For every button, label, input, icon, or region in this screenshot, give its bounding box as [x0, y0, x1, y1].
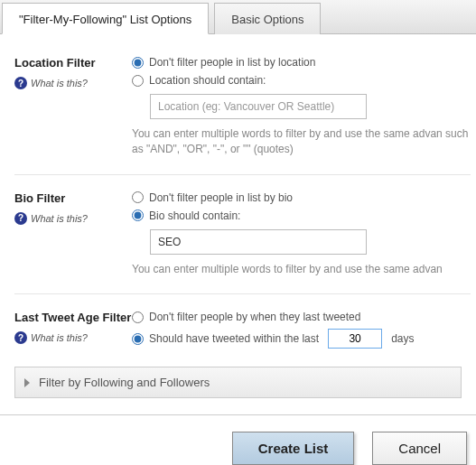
question-icon: ?	[14, 331, 27, 344]
section-age: Last Tweet Age Filter ? What is this? Do…	[14, 311, 471, 359]
bio-filter-row[interactable]: Bio should contain:	[132, 209, 471, 222]
help-label: What is this?	[31, 213, 88, 224]
bio-options: Don't filter people in list by bio Bio s…	[132, 191, 471, 277]
help-age[interactable]: ? What is this?	[14, 331, 132, 344]
help-location[interactable]: ? What is this?	[14, 77, 132, 89]
location-filter-label: Location should contain:	[149, 74, 266, 87]
question-icon: ?	[14, 212, 27, 225]
age-options: Don't filter people by when they last tw…	[132, 311, 471, 354]
location-hint: You can enter multiple words to filter b…	[132, 126, 471, 158]
location-no-filter-row[interactable]: Don't filter people in list by location	[132, 56, 471, 69]
section-side: Bio Filter ? What is this?	[14, 191, 132, 277]
tab-basic-options[interactable]: Basic Options	[214, 3, 321, 34]
age-no-filter-row[interactable]: Don't filter people by when they last tw…	[132, 311, 471, 323]
tab-bar: "Filter-My-Following" List Options Basic…	[0, 0, 476, 34]
location-filter-row[interactable]: Location should contain:	[132, 74, 471, 87]
age-no-filter-label: Don't filter people by when they last tw…	[149, 311, 360, 323]
location-title: Location Filter	[14, 56, 132, 70]
help-label: What is this?	[31, 332, 88, 343]
location-input[interactable]	[150, 94, 367, 119]
bio-hint: You can enter multiple words to filter b…	[132, 262, 471, 277]
accordion-label: Filter by Following and Followers	[39, 376, 210, 389]
question-icon: ?	[14, 77, 27, 89]
help-bio[interactable]: ? What is this?	[14, 212, 132, 225]
bio-title: Bio Filter	[14, 191, 132, 205]
bio-no-filter-row[interactable]: Don't filter people in list by bio	[132, 191, 471, 204]
age-filter-pre-label: Should have tweeted within the last	[149, 332, 319, 345]
age-days-input[interactable]	[328, 329, 382, 349]
section-side: Location Filter ? What is this?	[14, 56, 132, 158]
location-filter-radio[interactable]	[132, 75, 144, 87]
options-panel: Location Filter ? What is this? Don't fi…	[0, 34, 476, 359]
tab-filter-following[interactable]: "Filter-My-Following" List Options	[2, 3, 209, 34]
age-no-filter-radio[interactable]	[132, 312, 144, 323]
bio-no-filter-radio[interactable]	[132, 191, 144, 203]
bio-no-filter-label: Don't filter people in list by bio	[149, 191, 293, 204]
age-filter-row: Should have tweeted within the last days	[132, 329, 471, 349]
location-no-filter-label: Don't filter people in list by location	[149, 56, 315, 69]
button-bar: Create List Cancel	[0, 415, 476, 465]
age-filter-radio[interactable]	[132, 333, 144, 345]
chevron-right-icon	[24, 378, 30, 387]
location-no-filter-radio[interactable]	[132, 57, 144, 69]
create-list-button[interactable]: Create List	[232, 432, 355, 465]
age-filter-post-label: days	[391, 332, 414, 345]
help-label: What is this?	[31, 78, 88, 88]
bio-filter-radio[interactable]	[132, 209, 144, 221]
cancel-button[interactable]: Cancel	[372, 432, 467, 465]
age-title: Last Tweet Age Filter	[14, 311, 132, 324]
accordion-following-followers[interactable]: Filter by Following and Followers	[14, 367, 462, 398]
bio-input[interactable]	[150, 229, 367, 255]
location-options: Don't filter people in list by location …	[132, 56, 471, 158]
section-side: Last Tweet Age Filter ? What is this?	[14, 311, 132, 354]
bio-filter-label: Bio should contain:	[149, 209, 240, 222]
section-bio: Bio Filter ? What is this? Don't filter …	[14, 191, 471, 294]
section-location: Location Filter ? What is this? Don't fi…	[14, 56, 471, 175]
